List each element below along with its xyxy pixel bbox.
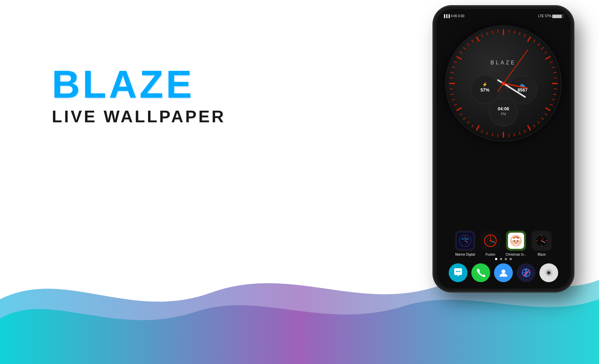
- app-icon-blaze[interactable]: [532, 231, 552, 251]
- app-icon-marine[interactable]: 07:29: [455, 231, 475, 251]
- svg-rect-32: [492, 133, 493, 137]
- svg-rect-13: [553, 72, 557, 73]
- svg-rect-2: [514, 30, 515, 34]
- svg-rect-43: [450, 94, 454, 95]
- svg-rect-5: [527, 36, 531, 42]
- svg-point-95: [515, 242, 517, 244]
- battery-icon: 57% ▓▓▓▓░: [545, 14, 564, 18]
- svg-rect-54: [471, 39, 474, 42]
- app-title: BLAZE: [52, 65, 226, 104]
- svg-point-109: [501, 270, 505, 273]
- svg-rect-50: [456, 56, 462, 60]
- svg-point-93: [514, 240, 515, 242]
- svg-rect-29: [508, 134, 509, 137]
- app-grid: 07:29 Marine Digital: [455, 231, 552, 256]
- svg-rect-8: [541, 47, 544, 50]
- svg-rect-20: [545, 107, 550, 111]
- svg-rect-0: [503, 29, 504, 35]
- app-icon-christmas[interactable]: [506, 231, 526, 251]
- phone-body: ▐▐▐ 4:06 0.00 LTE 57% ▓▓▓▓░: [434, 6, 573, 291]
- bottom-dock: [449, 263, 558, 282]
- app-label-fusion: Fusion: [486, 253, 495, 256]
- svg-rect-21: [545, 113, 547, 116]
- svg-rect-56: [481, 34, 483, 37]
- svg-point-94: [517, 240, 518, 242]
- svg-rect-46: [450, 78, 453, 79]
- app-blaze[interactable]: Blaze: [532, 231, 552, 256]
- dot-3: [505, 258, 507, 260]
- dock-contacts[interactable]: [494, 263, 513, 282]
- svg-rect-35: [476, 125, 480, 130]
- clock-svg: BLAZE ⚡ 57% 👟 8567 04:06: [446, 26, 561, 141]
- app-marine-digital[interactable]: 07:29 Marine Digital: [455, 231, 475, 256]
- app-subtitle: LIVE WALLPAPER: [52, 107, 226, 126]
- dock-phone[interactable]: [471, 263, 490, 282]
- svg-text:PM: PM: [501, 112, 506, 116]
- phone-screen: ▐▐▐ 4:06 0.00 LTE 57% ▓▓▓▓░: [436, 9, 570, 289]
- svg-text:⚡: ⚡: [482, 82, 488, 87]
- app-christmas[interactable]: Christmas In...: [506, 231, 526, 256]
- app-label-blaze: Blaze: [538, 253, 546, 256]
- dock-camera[interactable]: [539, 263, 558, 282]
- svg-rect-45: [449, 83, 455, 84]
- status-time: 4:06: [451, 14, 457, 18]
- svg-rect-23: [537, 121, 540, 124]
- svg-rect-51: [459, 51, 462, 54]
- dot-2: [500, 258, 502, 260]
- svg-rect-38: [463, 117, 466, 120]
- svg-point-106: [457, 271, 459, 272]
- phone-mockup: ▐▐▐ 4:06 0.00 LTE 57% ▓▓▓▓░: [434, 6, 573, 291]
- app-label-marine: Marine Digital: [455, 253, 475, 256]
- svg-rect-12: [552, 66, 555, 68]
- clock-face: BLAZE ⚡ 57% 👟 8567 04:06: [445, 25, 562, 142]
- status-left: ▐▐▐ 4:06 0.00: [443, 14, 464, 18]
- svg-rect-16: [554, 88, 557, 89]
- svg-rect-39: [459, 113, 462, 116]
- data-speed: 0.00: [458, 14, 464, 18]
- left-content: BLAZE LIVE WALLPAPER: [52, 65, 226, 126]
- svg-rect-19: [550, 104, 553, 106]
- svg-rect-10: [545, 56, 550, 60]
- svg-rect-34: [481, 130, 483, 133]
- svg-rect-4: [524, 34, 526, 37]
- svg-point-104: [541, 240, 542, 241]
- svg-rect-36: [471, 125, 474, 127]
- svg-rect-24: [533, 125, 536, 127]
- svg-rect-11: [550, 61, 553, 63]
- svg-rect-44: [450, 88, 453, 89]
- dot-4: [510, 258, 512, 260]
- svg-point-88: [490, 240, 491, 242]
- svg-point-117: [548, 272, 549, 273]
- svg-rect-57: [486, 32, 488, 35]
- status-right: LTE 57% ▓▓▓▓░: [538, 14, 564, 18]
- lte-icon: LTE: [538, 14, 544, 18]
- svg-text:04:06: 04:06: [498, 106, 509, 111]
- app-fusion[interactable]: Fusion: [480, 231, 501, 256]
- dock-messages[interactable]: [449, 263, 467, 282]
- svg-text:57%: 57%: [480, 88, 490, 93]
- svg-rect-37: [467, 121, 469, 124]
- svg-rect-30: [503, 132, 504, 138]
- dock-browser[interactable]: [517, 263, 536, 282]
- svg-rect-31: [498, 134, 499, 137]
- svg-rect-55: [476, 36, 480, 42]
- dot-1: [495, 258, 497, 260]
- svg-rect-33: [486, 132, 488, 135]
- status-bar: ▐▐▐ 4:06 0.00 LTE 57% ▓▓▓▓░: [436, 9, 570, 21]
- svg-rect-7: [537, 43, 540, 46]
- svg-point-107: [459, 271, 460, 272]
- svg-rect-40: [456, 107, 462, 111]
- clock-face-area: BLAZE ⚡ 57% 👟 8567 04:06: [445, 25, 562, 142]
- svg-rect-17: [553, 94, 557, 95]
- svg-rect-58: [492, 30, 493, 34]
- svg-rect-6: [533, 39, 536, 42]
- svg-rect-14: [554, 78, 557, 79]
- svg-rect-9: [545, 51, 547, 54]
- svg-rect-25: [527, 125, 531, 130]
- svg-rect-27: [519, 132, 521, 135]
- svg-rect-92: [512, 238, 520, 240]
- svg-point-105: [456, 271, 457, 272]
- svg-rect-53: [467, 43, 469, 46]
- app-icon-fusion[interactable]: [480, 231, 501, 251]
- svg-rect-28: [514, 133, 515, 137]
